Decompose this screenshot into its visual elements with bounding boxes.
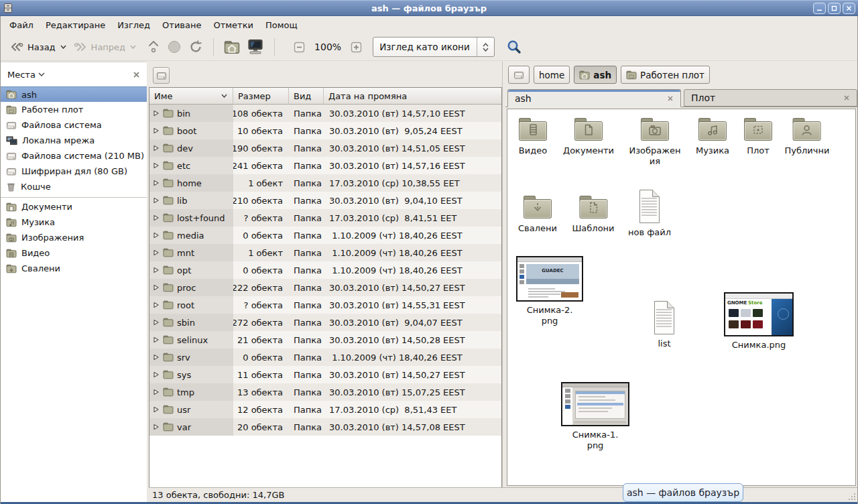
expander-icon[interactable]	[153, 336, 160, 343]
table-row[interactable]: selinux21 обектаПапка30.03.2010 (вт) 14,…	[149, 331, 501, 349]
close-button[interactable]	[843, 3, 855, 14]
table-row[interactable]: etc241 обектаПапка30.03.2010 (вт) 14,57,…	[149, 157, 501, 174]
expander-icon[interactable]	[153, 354, 160, 361]
sidebar-item[interactable]: Документи	[1, 199, 147, 214]
icon-view-item[interactable]: Снимка-1.png	[561, 382, 629, 451]
menu-item-3[interactable]: Отиване	[156, 18, 207, 32]
expander-icon[interactable]	[153, 232, 160, 239]
search-button[interactable]	[503, 36, 526, 58]
tab-ash[interactable]: ash	[507, 89, 681, 107]
table-row[interactable]: bin108 обектаПапка30.03.2010 (вт) 14,57,…	[149, 105, 501, 122]
breadcrumb-button-ash[interactable]: ash	[574, 66, 617, 84]
home-button[interactable]	[221, 38, 243, 57]
expander-icon[interactable]	[153, 127, 160, 134]
menu-item-4[interactable]: Отметки	[207, 18, 259, 32]
table-row[interactable]: tmp13 обектаПапка30.03.2010 (вт) 15,07,2…	[149, 383, 501, 401]
pane-splitter[interactable]	[502, 62, 505, 487]
sidebar-title[interactable]: Места	[7, 70, 36, 80]
table-row[interactable]: sbin272 обектаПапка30.03.2010 (вт) 9,04,…	[149, 314, 501, 331]
up-button[interactable]	[143, 37, 164, 57]
expander-icon[interactable]	[153, 284, 160, 291]
tab-close-icon[interactable]	[843, 94, 850, 101]
icon-view-item[interactable]: Свалени	[518, 194, 557, 234]
table-row[interactable]: home1 обектПапка17.03.2010 (ср) 10,38,55…	[149, 174, 501, 192]
table-row[interactable]: usr12 обектаПапка17.03.2010 (ср) 8,51,43…	[149, 401, 501, 418]
back-history-caret[interactable]	[60, 45, 66, 49]
menu-item-5[interactable]: Помощ	[259, 18, 304, 32]
table-row[interactable]: srv0 обектаПапка 1.10.2009 (чт) 18,40,26…	[149, 349, 501, 366]
tab-Плот[interactable]: Плот	[684, 89, 857, 107]
table-row[interactable]: dev190 обектаПапка30.03.2010 (вт) 14,51,…	[149, 139, 501, 157]
expander-icon[interactable]	[153, 389, 160, 395]
icon-view-item[interactable]: Публични	[785, 117, 830, 156]
expander-icon[interactable]	[153, 249, 160, 256]
titlebar[interactable]: ash — файлов браузър	[0, 0, 858, 16]
resize-grip[interactable]	[848, 493, 856, 501]
table-row[interactable]: boot10 обектаПапка30.03.2010 (вт) 9,05,2…	[149, 122, 501, 139]
table-row[interactable]: proc222 обектаПапка30.03.2010 (вт) 14,50…	[149, 279, 501, 296]
icon-view-item[interactable]: list	[652, 300, 677, 349]
table-row[interactable]: var20 обектаПапка30.03.2010 (вт) 14,57,0…	[149, 418, 501, 436]
location-root-button[interactable]	[153, 67, 170, 84]
sidebar-item[interactable]: Свалени	[1, 261, 147, 276]
icon-view-item[interactable]: GUADECСнимка-2.png	[516, 256, 583, 326]
expander-icon[interactable]	[153, 302, 160, 308]
menu-item-0[interactable]: Файл	[3, 18, 40, 32]
icon-view-item[interactable]: Видео	[517, 117, 548, 156]
expander-icon[interactable]	[153, 319, 160, 326]
view-mode-combo[interactable]: Изглед като икони	[373, 37, 495, 57]
expander-icon[interactable]	[153, 424, 160, 430]
column-header-size[interactable]: Размер	[233, 88, 289, 105]
table-row[interactable]: lost+found? обектаПапка17.03.2010 (ср) 8…	[149, 209, 501, 227]
menu-item-2[interactable]: Изглед	[111, 18, 156, 32]
expander-icon[interactable]	[153, 180, 160, 186]
expander-icon[interactable]	[153, 406, 160, 413]
forward-button[interactable]: Напред	[70, 38, 139, 56]
expander-icon[interactable]	[153, 267, 160, 273]
computer-button[interactable]	[243, 36, 267, 58]
column-header-type[interactable]: Вид	[289, 88, 324, 105]
minimize-button[interactable]	[813, 3, 826, 14]
back-button[interactable]: Назад	[6, 38, 70, 56]
sidebar-item[interactable]: Локална мрежа	[1, 133, 147, 148]
icon-view-item[interactable]: Документи	[563, 117, 614, 156]
zoom-out-button[interactable]	[290, 38, 309, 56]
table-row[interactable]: lib210 обектаПапка30.03.2010 (вт) 9,04,1…	[149, 192, 501, 209]
expander-icon[interactable]	[153, 162, 160, 169]
reload-button[interactable]	[185, 37, 206, 57]
tab-close-icon[interactable]	[667, 95, 674, 102]
column-header-date[interactable]: Дата на промяна	[324, 88, 501, 105]
table-row[interactable]: sys11 обектаПапка30.03.2010 (вт) 14,50,2…	[149, 366, 501, 383]
icon-view-item[interactable]: GNOMEStoreСнимка.png	[724, 292, 794, 351]
sidebar-item[interactable]: Файлова система (210 MB)	[1, 148, 147, 164]
expander-icon[interactable]	[153, 214, 160, 221]
icon-view-item[interactable]: Музика	[696, 117, 729, 156]
sidebar-item[interactable]: Кошче	[1, 179, 147, 194]
breadcrumb-button-root[interactable]	[508, 66, 530, 84]
column-header-name[interactable]: Име	[149, 88, 233, 105]
forward-history-caret[interactable]	[130, 45, 136, 49]
sidebar-item[interactable]: Изображения	[1, 230, 147, 245]
sidebar-item[interactable]: ash	[1, 86, 147, 102]
sidebar-item[interactable]: Работен плот	[1, 102, 147, 117]
sidebar-item[interactable]: Файлова система	[1, 117, 147, 133]
menu-item-1[interactable]: Редактиране	[40, 18, 111, 32]
expander-icon[interactable]	[153, 145, 160, 151]
table-row[interactable]: opt0 обектаПапка 1.10.2009 (чт) 18,40,26…	[149, 261, 501, 279]
sidebar-item[interactable]: Видео	[1, 245, 147, 261]
table-row[interactable]: root? обектаПапка30.03.2010 (вт) 14,55,3…	[149, 296, 501, 314]
maximize-button[interactable]	[828, 3, 841, 14]
sidebar-item[interactable]: Музика	[1, 214, 147, 230]
expander-icon[interactable]	[153, 197, 160, 204]
table-row[interactable]: media0 обектаПапка 1.10.2009 (чт) 18,40,…	[149, 227, 501, 244]
sidebar-item[interactable]: Шифриран дял (80 GB)	[1, 164, 147, 179]
expander-icon[interactable]	[153, 110, 160, 117]
zoom-in-button[interactable]	[347, 38, 366, 56]
icon-view-item[interactable]: нов файл	[628, 189, 671, 238]
expander-icon[interactable]	[153, 371, 160, 378]
table-row[interactable]: mnt1 обектПапка 1.10.2009 (чт) 18,40,26 …	[149, 244, 501, 261]
breadcrumb-button-home[interactable]: home	[534, 66, 570, 84]
sidebar-close-icon[interactable]	[133, 71, 140, 78]
icon-view-item[interactable]: Плот	[743, 117, 774, 156]
icon-view-item[interactable]: Шаблони	[572, 194, 614, 234]
